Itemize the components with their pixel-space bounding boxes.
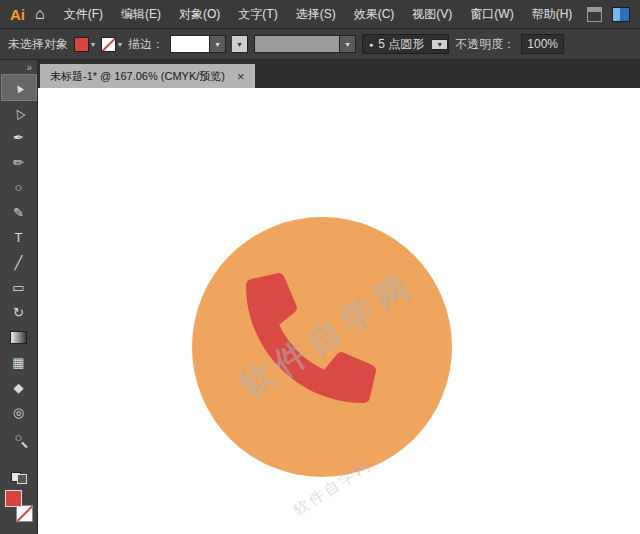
gradient-tool[interactable] [2, 325, 36, 350]
menu-view[interactable]: 视图(V) [403, 0, 461, 28]
menu-file[interactable]: 文件(F) [55, 0, 112, 28]
ellipse-tool[interactable]: ○ [2, 175, 36, 200]
menu-effect[interactable]: 效果(C) [345, 0, 404, 28]
menu-help[interactable]: 帮助(H) [523, 0, 582, 28]
paintbrush-tool[interactable]: ✎ [2, 200, 36, 225]
mesh-icon: ▦ [12, 356, 24, 369]
opacity-label: 不透明度： [455, 36, 515, 53]
fill-color-control[interactable]: ▾ [74, 37, 95, 52]
phone-icon-path [246, 273, 376, 403]
close-icon[interactable]: × [237, 70, 245, 83]
blend-icon: ◎ [13, 406, 24, 419]
fill-color-swatch[interactable] [74, 37, 89, 52]
menu-bar: Ai ⌂ 文件(F) 编辑(E) 对象(O) 文字(T) 选择(S) 效果(C)… [0, 0, 640, 29]
pen-icon: ✒ [13, 131, 24, 144]
direct-selection-tool[interactable]: △ [2, 100, 36, 125]
menubar-right-icons [587, 7, 634, 22]
zoom-icon: ○ [15, 431, 23, 444]
zoom-tool[interactable]: ○ [2, 425, 36, 450]
menu-window[interactable]: 窗口(W) [461, 0, 522, 28]
home-icon[interactable]: ⌂ [35, 5, 45, 23]
curvature-tool[interactable]: ✏ [2, 150, 36, 175]
tools-panel: » ▲ △ ✒ ✏ ○ ✎ T ╱ ▭ ↻ ▦ ◆ ◎ ○ [0, 60, 38, 534]
arrange-documents-icon[interactable] [587, 7, 602, 22]
eyedropper-tool[interactable]: ◆ [2, 375, 36, 400]
menu-edit[interactable]: 编辑(E) [112, 0, 170, 28]
caret-down-icon[interactable]: ▾ [232, 35, 248, 53]
rotate-icon: ↻ [13, 306, 24, 319]
brush-name: 5 点圆形 [378, 36, 424, 53]
line-tool[interactable]: ╱ [2, 250, 36, 275]
default-fill-stroke-icon[interactable] [11, 472, 27, 484]
stroke-swatch[interactable] [16, 505, 33, 522]
fill-swatch[interactable] [5, 490, 22, 507]
document-tab-title: 未标题-1* @ 167.06% (CMYK/预览) [50, 69, 225, 84]
pen-tool[interactable]: ✒ [2, 125, 36, 150]
selection-icon: ▲ [10, 79, 26, 95]
rectangle-icon: ▭ [12, 281, 24, 294]
variable-width-select[interactable]: ▾ [232, 35, 248, 53]
curvature-icon: ✏ [13, 156, 24, 169]
mesh-tool[interactable]: ▦ [2, 350, 36, 375]
selection-tool[interactable]: ▲ [2, 75, 36, 100]
width-profile-select[interactable]: ▾ [254, 35, 356, 53]
line-icon: ╱ [15, 256, 23, 269]
document-area: 未标题-1* @ 167.06% (CMYK/预览) × 软件自学网 软件自学网 [38, 60, 640, 534]
stroke-weight-value[interactable] [170, 35, 210, 53]
brush-preview-icon: ● [369, 41, 373, 48]
direct-selection-icon: △ [11, 105, 25, 120]
stroke-label: 描边： [128, 36, 164, 53]
stroke-color-control[interactable]: ▾ [101, 37, 122, 52]
gradient-icon [10, 331, 27, 344]
rotate-tool[interactable]: ↻ [2, 300, 36, 325]
type-icon: T [15, 231, 23, 244]
stroke-weight-select[interactable]: ▾ [170, 35, 226, 53]
caret-down-icon[interactable]: ▾ [210, 35, 226, 53]
blend-tool[interactable]: ◎ [2, 400, 36, 425]
illustrator-window: Ai ⌂ 文件(F) 编辑(E) 对象(O) 文字(T) 选择(S) 效果(C)… [0, 0, 640, 534]
document-tab-bar: 未标题-1* @ 167.06% (CMYK/预览) × [38, 60, 640, 88]
paintbrush-icon: ✎ [13, 206, 24, 219]
eyedropper-icon: ◆ [14, 381, 24, 394]
menu-object[interactable]: 对象(O) [170, 0, 229, 28]
stroke-color-swatch[interactable] [101, 37, 116, 52]
workspace-switcher-icon[interactable] [612, 7, 630, 22]
canvas[interactable]: 软件自学网 软件自学网 [38, 88, 640, 534]
menu-select[interactable]: 选择(S) [287, 0, 345, 28]
caret-down-icon[interactable]: ▾ [432, 39, 448, 50]
document-tab[interactable]: 未标题-1* @ 167.06% (CMYK/预览) × [40, 64, 255, 88]
caret-down-icon[interactable]: ▾ [340, 35, 356, 53]
caret-down-icon[interactable]: ▾ [91, 40, 95, 49]
brush-select[interactable]: ● 5 点圆形 ▾ [362, 34, 449, 54]
app-logo: Ai [10, 6, 25, 23]
collapse-panel-icon[interactable]: » [26, 62, 32, 73]
rectangle-tool[interactable]: ▭ [2, 275, 36, 300]
fill-stroke-indicator[interactable] [5, 490, 33, 522]
caret-down-icon[interactable]: ▾ [118, 40, 122, 49]
width-profile-preview [254, 35, 340, 53]
menu-type[interactable]: 文字(T) [229, 0, 286, 28]
type-tool[interactable]: T [2, 225, 36, 250]
control-bar: 未选择对象 ▾ ▾ 描边： ▾ ▾ ▾ ● 5 点圆形 ▾ 不透明度： 100% [0, 29, 640, 60]
phone-icon[interactable] [246, 273, 376, 403]
opacity-value[interactable]: 100% [521, 34, 564, 54]
no-selection-label: 未选择对象 [8, 36, 68, 53]
ellipse-icon: ○ [15, 181, 23, 194]
